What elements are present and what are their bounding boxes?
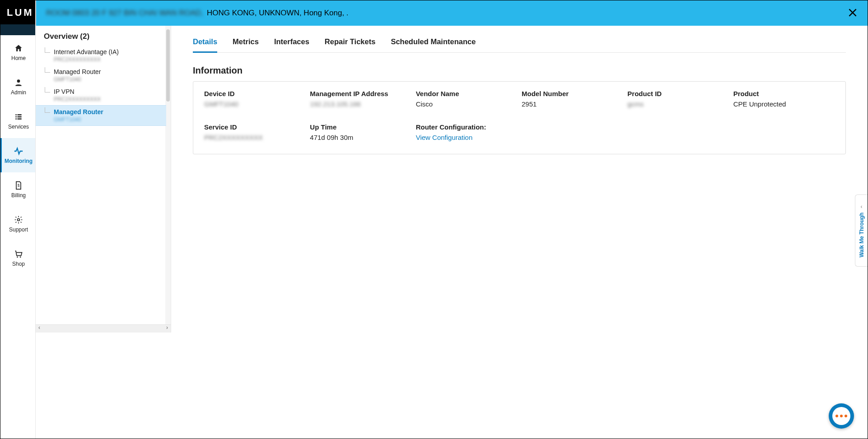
field-service-id: Service ID PRC2XXXXXXXXX	[204, 123, 305, 141]
cart-icon	[14, 249, 23, 259]
header-dark-band	[0, 24, 35, 35]
walk-me-through-tab[interactable]: ‹ Walk Me Through	[855, 194, 868, 267]
svg-rect-6	[18, 118, 22, 120]
chat-button[interactable]	[829, 403, 854, 429]
nav-label: Home	[11, 55, 26, 61]
tree-node-managed-router-1[interactable]: Managed Router GMFT1040	[44, 65, 166, 85]
left-navigation: LUM Home Admin Services Monitoring $ Bil…	[0, 0, 36, 439]
location-header: ROOM 0803 20 F 927 BIN CHAI WAN ROAD, HO…	[36, 0, 868, 26]
information-heading: Information	[193, 65, 846, 76]
field-model-number: Model Number 2951	[522, 90, 623, 108]
svg-point-9	[17, 256, 18, 258]
main-content: Details Metrics Interfaces Repair Ticket…	[171, 26, 868, 439]
svg-point-0	[17, 79, 20, 83]
field-product-id: Product ID gcms	[627, 90, 728, 108]
chevron-left-icon: ‹	[861, 203, 863, 210]
list-icon	[14, 112, 23, 122]
nav-item-shop[interactable]: Shop	[0, 241, 35, 275]
nav-item-support[interactable]: Support	[0, 207, 35, 241]
nav-label: Monitoring	[5, 158, 33, 164]
svg-point-10	[20, 256, 21, 258]
svg-rect-5	[15, 118, 17, 120]
close-button[interactable]	[847, 7, 859, 18]
field-management-ip: Management IP Address 192.213.105.166	[310, 90, 411, 108]
chat-icon	[832, 407, 850, 425]
tab-interfaces[interactable]: Interfaces	[274, 37, 309, 52]
svg-rect-2	[18, 114, 22, 116]
tree-node-managed-router-2[interactable]: Managed Router GMFT1040	[36, 105, 166, 126]
svg-rect-4	[18, 116, 22, 118]
field-uptime: Up Time 471d 09h 30m	[310, 123, 411, 141]
nav-item-services[interactable]: Services	[0, 104, 35, 138]
svg-rect-3	[15, 116, 17, 118]
nav-item-billing[interactable]: $ Billing	[0, 172, 35, 207]
svg-point-8	[18, 219, 20, 221]
pulse-icon	[14, 146, 23, 156]
view-configuration-link[interactable]: View Configuration	[416, 134, 473, 141]
tree-node-ip-vpn[interactable]: IP VPN PRC2XXXXXXXXX	[44, 85, 166, 105]
information-card: Device ID GMFT1040 Management IP Address…	[193, 81, 846, 154]
field-router-config: Router Configuration: View Configuration	[416, 123, 517, 141]
svg-text:$: $	[18, 183, 20, 188]
tree-node-internet-advantage[interactable]: Internet Advantage (IA) PRC2XXXXXXXXX	[44, 46, 166, 65]
nav-label: Shop	[12, 261, 25, 267]
person-icon	[14, 78, 23, 88]
invoice-icon: $	[14, 180, 23, 190]
overview-title: Overview (2)	[44, 32, 166, 41]
nav-label: Billing	[11, 192, 26, 199]
field-vendor-name: Vendor Name Cisco	[416, 90, 517, 108]
home-icon	[14, 43, 23, 53]
nav-label: Admin	[11, 89, 26, 96]
tab-metrics[interactable]: Metrics	[233, 37, 259, 52]
tree-horizontal-scrollbar[interactable]	[36, 324, 171, 333]
nav-label: Services	[8, 124, 29, 130]
field-device-id: Device ID GMFT1040	[204, 90, 305, 108]
brand-logo: LUM	[0, 0, 35, 24]
tab-details[interactable]: Details	[193, 37, 217, 53]
tab-bar: Details Metrics Interfaces Repair Ticket…	[193, 26, 846, 53]
overview-tree-panel: Overview (2) Internet Advantage (IA) PRC…	[36, 26, 171, 333]
nav-label: Support	[9, 226, 28, 233]
nav-item-home[interactable]: Home	[0, 35, 35, 69]
nav-item-monitoring[interactable]: Monitoring	[0, 138, 35, 172]
tab-scheduled-maintenance[interactable]: Scheduled Maintenance	[391, 37, 476, 52]
gear-icon	[14, 215, 23, 225]
location-prefix: ROOM 0803 20 F 927 BIN CHAI WAN ROAD,	[46, 9, 203, 18]
location-suffix: HONG KONG, UNKNOWN, Hong Kong, .	[207, 9, 349, 18]
svg-rect-1	[15, 114, 17, 116]
field-product: Product CPE Unprotected	[733, 90, 835, 108]
nav-item-admin[interactable]: Admin	[0, 69, 35, 104]
tab-repair-tickets[interactable]: Repair Tickets	[325, 37, 376, 52]
